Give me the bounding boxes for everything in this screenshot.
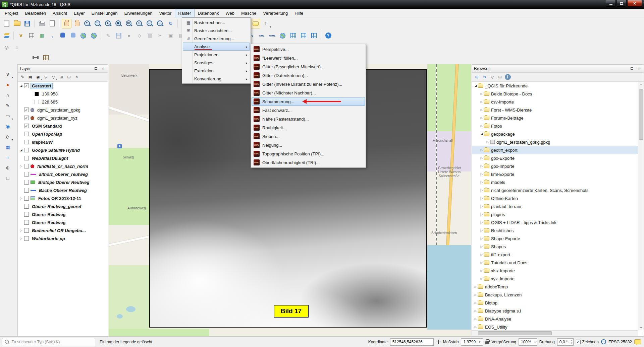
add-group-icon[interactable]: ▤ xyxy=(27,74,34,81)
submenu-item-gitter-nächster-nachbar[interactable]: Gitter (Nächster Nachbar)... xyxy=(252,88,365,97)
layer-name[interactable]: dgm1_testdaten_xyz xyxy=(36,115,79,121)
rotation-spinbox[interactable]: 0,0 ° ▲▼ xyxy=(557,338,574,346)
layer-visibility-checkbox[interactable] xyxy=(24,196,29,201)
spinner-arrows-icon[interactable]: ▲▼ xyxy=(571,340,572,345)
expander-icon[interactable]: ▷ xyxy=(19,164,23,168)
maximize-button[interactable] xyxy=(616,0,627,7)
expander-icon[interactable]: ▷ xyxy=(473,293,478,296)
scrollbar-thumb[interactable] xyxy=(478,331,552,335)
manage-map-themes-icon[interactable]: ◉▾ xyxy=(35,74,42,81)
browser-item-tutorials-und-docs[interactable]: ▷Tutorials und Docs xyxy=(472,259,638,267)
collapse-all-icon[interactable]: ⊟ xyxy=(496,74,503,81)
spin-down-icon[interactable]: ▼ xyxy=(534,342,536,345)
menu-item-raster-ausrichten[interactable]: ⊞Raster ausrichten... xyxy=(183,26,250,34)
menu-layer[interactable]: Layer xyxy=(70,9,88,17)
spinner-arrows-icon[interactable]: ▲▼ xyxy=(534,340,536,345)
expander-icon[interactable]: ▷ xyxy=(479,156,484,160)
label-toolbar-2-icon[interactable]: ⌂ xyxy=(12,43,22,52)
layer-row[interactable]: Maps4BW xyxy=(18,138,108,146)
annotation-pencil-tool-icon[interactable]: ✎ xyxy=(3,100,13,110)
layer-visibility-checkbox[interactable] xyxy=(24,148,29,152)
collapse-all-icon[interactable]: ⊟ xyxy=(65,74,72,81)
browser-item-gpx-importe[interactable]: ▷gpx-Importe xyxy=(472,162,638,170)
cut-features-icon[interactable]: ✂ xyxy=(155,31,165,41)
layout-manager-icon[interactable] xyxy=(47,19,57,28)
layer-visibility-checkbox[interactable] xyxy=(24,236,29,241)
menu-item-sonstiges[interactable]: Sonstiges▸ xyxy=(183,59,250,67)
browser-item-geotiff-export[interactable]: ▷geotiff_export xyxy=(472,146,638,154)
layer-row[interactable]: WebAtlasDE.light xyxy=(18,154,108,162)
layer-visibility-checkbox[interactable] xyxy=(24,156,29,160)
layer-row[interactable]: ✓OSM Standard xyxy=(18,122,108,130)
menu-vektor[interactable]: Vektor xyxy=(156,9,175,17)
scroll-up-icon[interactable]: ▲ xyxy=(638,82,644,87)
expander-icon[interactable]: ▷ xyxy=(479,148,484,152)
browser-item-gpx-exporte[interactable]: ▷gpx-Exporte xyxy=(472,154,638,162)
add-delimited-text-layer-icon[interactable]: , xyxy=(47,31,57,41)
expander-icon[interactable]: ▷ xyxy=(473,285,478,288)
open-project-icon[interactable] xyxy=(12,19,22,28)
save-layer-edits-icon[interactable] xyxy=(114,31,123,41)
submenu-item-rauhigkeit[interactable]: Rauhigkeit... xyxy=(252,123,365,132)
submenu-item-perspektive[interactable]: Perspektive... xyxy=(252,45,365,54)
kml-tools-icon[interactable]: KML xyxy=(257,31,267,41)
remove-layer-icon[interactable]: × xyxy=(73,74,80,81)
menu-ansicht[interactable]: Ansicht xyxy=(49,9,70,17)
processing-grid-1-icon[interactable] xyxy=(288,31,298,41)
layer-row[interactable]: Oberer Reutweg_georef xyxy=(18,202,108,210)
open-data-source-manager-icon[interactable] xyxy=(2,31,11,41)
filter-legend-icon[interactable]: ▽ xyxy=(42,74,49,81)
layer-row[interactable]: Bäche Oberer Reutweg xyxy=(18,186,108,194)
raster-edit-tool-icon[interactable] xyxy=(41,53,51,63)
menu-item-analyse[interactable]: Analyse▸ xyxy=(183,43,250,51)
layer-name[interactable]: OpenTopoMap xyxy=(31,131,64,137)
layer-visibility-checkbox[interactable] xyxy=(24,132,29,136)
refresh-map-icon[interactable]: ↻ xyxy=(166,19,175,28)
expander-icon[interactable]: ▷ xyxy=(479,253,484,256)
browser-item-backups-lizenzen[interactable]: ▷Backups, Lizenzen xyxy=(472,291,638,299)
layer-row[interactable]: altholz_oberer_reutweg xyxy=(18,170,108,178)
geometry-edit-tool-icon[interactable]: ◇▾ xyxy=(3,132,13,141)
zoom-last-icon[interactable]: ← xyxy=(145,19,155,28)
layer-visibility-checkbox[interactable]: ✓ xyxy=(24,116,29,120)
menu-erweiterungen[interactable]: Erweiterungen xyxy=(121,9,156,17)
add-vector-layer-icon[interactable]: V xyxy=(16,31,26,41)
browser-item-shape-exporte[interactable]: ▷Shape-Exporte xyxy=(472,234,638,242)
close-panel-button[interactable]: × xyxy=(636,66,642,71)
expander-icon[interactable]: ▷ xyxy=(479,245,484,248)
submenu-item-fast-schwarz[interactable]: Fast schwarz... xyxy=(252,106,365,115)
expander-icon[interactable]: ◢ xyxy=(473,84,478,87)
zoom-to-layer-icon[interactable]: ≡ xyxy=(135,19,144,28)
layer-name[interactable]: dgm1_testdaten_gpkg xyxy=(36,107,82,113)
expander-icon[interactable]: ▷ xyxy=(479,189,484,192)
expander-icon[interactable]: ▷ xyxy=(479,181,484,184)
layer-name[interactable]: altholz_oberer_reutweg xyxy=(38,171,89,178)
save-project-icon[interactable] xyxy=(22,19,32,28)
submenu-item-schummerung[interactable]: Schummerung... xyxy=(252,97,365,106)
expander-icon[interactable]: ▷ xyxy=(479,229,484,232)
refresh-browser-icon[interactable]: ↻ xyxy=(481,74,488,81)
add-postgis-layer-icon[interactable] xyxy=(58,31,67,41)
browser-item-diatrype-stigma-s-l[interactable]: ▷Diatrype stigma s.l xyxy=(472,307,638,315)
browser-item-planlauf-terrain[interactable]: ▷planlauf_terrain xyxy=(472,202,638,210)
zoom-in-icon[interactable]: + xyxy=(83,19,92,28)
grid-overlay-tool-icon[interactable]: ▦ xyxy=(3,142,13,152)
expander-icon[interactable]: ▷ xyxy=(479,237,484,240)
expander-icon[interactable]: ▷ xyxy=(479,92,484,95)
browser-item-kml-exporte[interactable]: ▷kml-Exporte xyxy=(472,170,638,178)
layer-name[interactable]: fundliste_or_nach_norm xyxy=(36,163,90,169)
submenu-item-oberflächenrauhigkeit-tri[interactable]: Oberflächenrauhigkeit (TRI)... xyxy=(252,158,365,167)
html-tools-icon[interactable]: HTML xyxy=(267,31,277,41)
browser-item-xlsx-importe[interactable]: ▷xlsx-Importe xyxy=(472,267,638,275)
add-mesh-layer-icon[interactable]: ▦ xyxy=(37,31,47,41)
browser-item-qgis-lidar-tipps-tricks-lnk[interactable]: ▷QGIS + LIDAR - tipps & Tricks.lnk xyxy=(472,218,638,226)
browser-item-fotos[interactable]: ▷Fotos xyxy=(472,122,638,130)
expander-icon[interactable]: ▷ xyxy=(19,197,23,200)
digitize-shape-tool-icon[interactable]: ▭▾ xyxy=(3,111,13,121)
layer-visibility-checkbox[interactable]: ✓ xyxy=(24,83,29,88)
add-selected-layers-icon[interactable]: ⊞ xyxy=(473,74,480,81)
layer-visibility-checkbox[interactable] xyxy=(24,188,29,193)
layer-name[interactable]: Waldortkarte pp xyxy=(31,235,66,242)
expand-all-icon[interactable]: ⊞ xyxy=(58,74,65,81)
layer-row[interactable]: Biotope Oberer Reutweg xyxy=(18,178,108,186)
